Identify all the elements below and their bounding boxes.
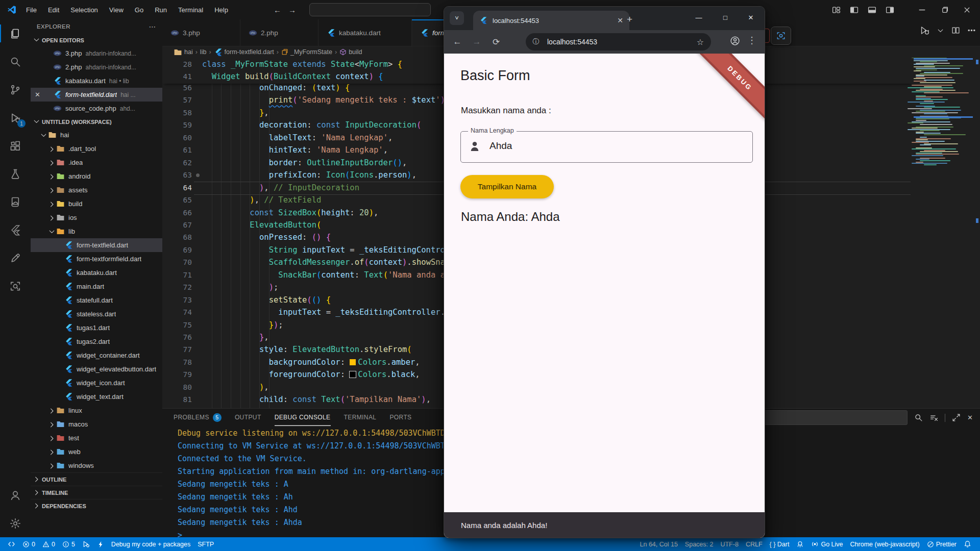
activity-explorer[interactable] bbox=[0, 19, 31, 47]
section-workspace[interactable]: UNTITLED (WORKSPACE) bbox=[31, 115, 162, 128]
browser-minimize-icon[interactable]: — bbox=[687, 7, 710, 28]
tree-item-tugas1.dart[interactable]: tugas1.dart bbox=[31, 321, 162, 335]
capture-button[interactable] bbox=[771, 27, 791, 45]
tree-item-form-textformfield.dart[interactable]: form-textformfield.dart bbox=[31, 252, 162, 266]
tree-item-web[interactable]: web bbox=[31, 445, 162, 459]
toggle-secondary-sidebar-icon[interactable] bbox=[886, 6, 894, 14]
tree-item-test[interactable]: test bbox=[31, 431, 162, 445]
open-editor-3.php[interactable]: ✕php3.phpahdarin-infokand... bbox=[31, 46, 162, 60]
activity-edit[interactable] bbox=[0, 244, 31, 272]
menu-file[interactable]: File bbox=[21, 4, 41, 16]
status-0[interactable]: 0 bbox=[39, 541, 59, 548]
tab-2.php[interactable]: php2.php bbox=[240, 19, 318, 46]
new-tab-icon[interactable]: + bbox=[627, 14, 632, 25]
toggle-sidebar-icon[interactable] bbox=[850, 6, 859, 14]
status-0[interactable]: 0 bbox=[19, 541, 39, 548]
show-name-button[interactable]: Tampilkan Nama bbox=[460, 175, 554, 198]
tree-item-hai[interactable]: hai bbox=[31, 128, 162, 142]
more-actions-icon[interactable]: ⋯ bbox=[149, 22, 156, 31]
status-remote[interactable] bbox=[4, 540, 19, 548]
breadcrumb-build[interactable]: build bbox=[339, 48, 362, 56]
browser-forward-icon[interactable]: → bbox=[471, 37, 483, 47]
menu-help[interactable]: Help bbox=[210, 4, 233, 16]
tree-item-assets[interactable]: assets bbox=[31, 183, 162, 197]
breadcrumb-form-textfield.dart[interactable]: form-textfield.dart bbox=[214, 48, 274, 57]
breadcrumb-lib[interactable]: lib bbox=[200, 48, 207, 56]
tree-item-widget_text.dart[interactable]: widget_text.dart bbox=[31, 390, 162, 404]
maximize-button[interactable] bbox=[933, 0, 955, 19]
more-actions-icon[interactable] bbox=[967, 26, 976, 35]
search-icon[interactable] bbox=[914, 413, 923, 422]
tree-item-.idea[interactable]: .idea bbox=[31, 156, 162, 169]
menu-edit[interactable]: Edit bbox=[43, 4, 64, 16]
browser-menu-icon[interactable]: ⋮ bbox=[747, 35, 756, 46]
open-editor-2.php[interactable]: ✕php2.phpahdarin-infokand... bbox=[31, 60, 162, 74]
tree-item-kabataku.dart[interactable]: kabataku.dart bbox=[31, 266, 162, 280]
tree-item-linux[interactable]: linux bbox=[31, 404, 162, 417]
forward-arrow-icon[interactable]: → bbox=[288, 6, 296, 14]
status-debug[interactable] bbox=[79, 540, 93, 548]
activity-extensions[interactable] bbox=[0, 132, 31, 160]
close-panel-icon[interactable]: ✕ bbox=[967, 414, 973, 421]
section-open_editors[interactable]: OPEN EDITORS bbox=[31, 34, 162, 46]
tree-item-widget_elevatedbutton.dart[interactable]: widget_elevatedbutton.dart bbox=[31, 362, 162, 376]
run-or-debug-icon[interactable] bbox=[920, 26, 929, 35]
section-timeline[interactable]: TIMELINE bbox=[31, 486, 162, 499]
menu-terminal[interactable]: Terminal bbox=[174, 4, 208, 16]
menu-go[interactable]: Go bbox=[130, 4, 148, 16]
activity-screenshot[interactable] bbox=[0, 272, 31, 300]
browser-back-icon[interactable]: ← bbox=[451, 37, 463, 47]
open-editor-kabataku.dart[interactable]: ✕kabataku.darthai • lib bbox=[31, 74, 162, 88]
tree-item-widget_container.dart[interactable]: widget_container.dart bbox=[31, 348, 162, 362]
profile-icon[interactable] bbox=[730, 36, 740, 46]
activity-flutter[interactable] bbox=[0, 216, 31, 244]
tree-item-tugas2.dart[interactable]: tugas2.dart bbox=[31, 335, 162, 348]
activity-search[interactable] bbox=[0, 47, 31, 76]
browser-reload-icon[interactable]: ⟳ bbox=[490, 37, 502, 47]
tree-item-statefull.dart[interactable]: statefull.dart bbox=[31, 293, 162, 307]
tab-kabataku.dart[interactable]: kabataku.dart bbox=[318, 19, 412, 46]
run-dropdown-icon[interactable] bbox=[937, 26, 944, 34]
address-bar[interactable]: ⓘ localhost:54453 ☆ bbox=[526, 33, 711, 51]
activity-testing[interactable] bbox=[0, 160, 31, 188]
activity-account[interactable] bbox=[0, 481, 31, 509]
tree-item-widget_icon.dart[interactable]: widget_icon.dart bbox=[31, 376, 162, 390]
activity-run-debug[interactable]: 1 bbox=[0, 104, 31, 132]
section-dependencies[interactable]: DEPENDENCIES bbox=[31, 499, 162, 512]
panel-tab-terminal[interactable]: TERMINAL bbox=[344, 409, 377, 426]
activity-remote-explorer[interactable] bbox=[0, 188, 31, 216]
site-info-icon[interactable]: ⓘ bbox=[530, 37, 542, 46]
tree-item-stateless.dart[interactable]: stateless.dart bbox=[31, 307, 162, 321]
tree-item-ios[interactable]: ios bbox=[31, 211, 162, 224]
tree-item-form-textfield.dart[interactable]: form-textfield.dart bbox=[31, 238, 162, 252]
bookmark-star-icon[interactable]: ☆ bbox=[697, 37, 704, 47]
section-outline[interactable]: OUTLINE bbox=[31, 472, 162, 486]
browser-close-icon[interactable]: ✕ bbox=[739, 7, 763, 28]
customize-layout-icon[interactable] bbox=[832, 6, 841, 14]
tree-item-macos[interactable]: macos bbox=[31, 417, 162, 431]
tab-3.php[interactable]: php3.php bbox=[162, 19, 240, 46]
browser-maximize-icon[interactable]: □ bbox=[714, 7, 737, 28]
tree-item-lib[interactable]: lib bbox=[31, 224, 162, 238]
maximize-panel-icon[interactable] bbox=[952, 413, 961, 422]
panel-tab-output[interactable]: OUTPUT bbox=[235, 409, 261, 426]
close-icon[interactable]: ✕ bbox=[35, 91, 43, 98]
tree-item-build[interactable]: build bbox=[31, 197, 162, 211]
tab-close-icon[interactable]: ✕ bbox=[617, 16, 623, 24]
clear-console-icon[interactable] bbox=[929, 413, 938, 422]
panel-tab-debug-console[interactable]: DEBUG CONSOLE bbox=[275, 409, 331, 426]
tree-item-android[interactable]: android bbox=[31, 169, 162, 183]
panel-tab-problems[interactable]: PROBLEMS5 bbox=[174, 409, 222, 426]
open-editor-source_code.php[interactable]: ✕phpsource_code.phpahd... bbox=[31, 102, 162, 115]
tab-search-button[interactable]: ˅ bbox=[450, 11, 464, 25]
activity-source-control[interactable] bbox=[0, 76, 31, 104]
activity-settings[interactable] bbox=[0, 509, 31, 537]
menu-run[interactable]: Run bbox=[150, 4, 172, 16]
command-center[interactable] bbox=[309, 3, 431, 16]
menu-selection[interactable]: Selection bbox=[66, 4, 102, 16]
split-editor-icon[interactable] bbox=[951, 26, 960, 35]
status-bolt[interactable] bbox=[93, 541, 108, 548]
menu-view[interactable]: View bbox=[105, 4, 128, 16]
minimap[interactable] bbox=[914, 56, 973, 173]
status-5[interactable]: 5 bbox=[59, 541, 79, 548]
